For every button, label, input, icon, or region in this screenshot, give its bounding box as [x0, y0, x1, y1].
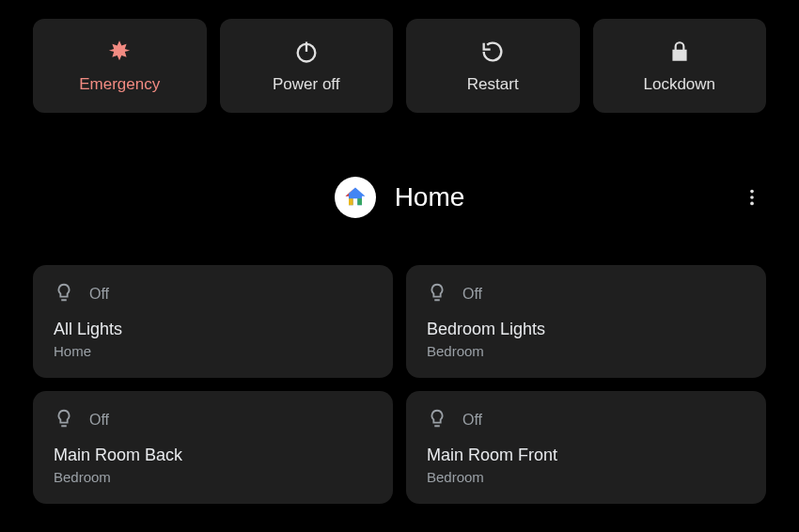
device-state: Off: [89, 412, 109, 429]
lightbulb-icon: [427, 282, 447, 306]
device-tile-main-room-back[interactable]: Off Main Room Back Bedroom: [33, 391, 393, 504]
device-name: All Lights: [54, 320, 372, 339]
lightbulb-icon: [54, 282, 74, 306]
emergency-button[interactable]: Emergency: [33, 19, 207, 113]
restart-button[interactable]: Restart: [406, 19, 580, 113]
device-room: Bedroom: [427, 469, 745, 485]
restart-label: Restart: [467, 75, 519, 94]
lockdown-button[interactable]: Lockdown: [593, 19, 767, 113]
device-state: Off: [462, 286, 482, 303]
google-home-logo: [335, 177, 376, 218]
power-menu-row: Emergency Power off Restart Lockdown: [33, 19, 766, 113]
lightbulb-icon: [427, 408, 447, 432]
lock-icon: [667, 38, 692, 66]
lightbulb-icon: [54, 408, 74, 432]
device-name: Main Room Front: [427, 446, 745, 465]
device-state: Off: [462, 412, 482, 429]
device-room: Bedroom: [427, 343, 745, 359]
home-header: Home: [33, 177, 766, 218]
restart-icon: [479, 38, 506, 66]
device-name: Bedroom Lights: [427, 320, 745, 339]
power-icon: [293, 38, 320, 66]
device-room: Home: [54, 343, 372, 359]
lockdown-label: Lockdown: [643, 75, 715, 94]
svg-point-3: [750, 196, 754, 199]
more-options-button[interactable]: [733, 179, 771, 216]
home-title: Home: [395, 182, 465, 212]
device-tile-all-lights[interactable]: Off All Lights Home: [33, 265, 393, 378]
more-vert-icon: [742, 187, 762, 208]
power-off-label: Power off: [273, 75, 340, 94]
device-grid: Off All Lights Home Off Bedroom Lights B…: [33, 265, 766, 504]
emergency-icon: [106, 38, 133, 66]
device-name: Main Room Back: [54, 446, 372, 465]
svg-point-2: [750, 190, 754, 194]
device-state: Off: [89, 286, 109, 303]
svg-point-4: [750, 202, 754, 206]
power-off-button[interactable]: Power off: [220, 19, 394, 113]
device-room: Bedroom: [54, 469, 372, 485]
emergency-label: Emergency: [79, 75, 160, 94]
device-tile-main-room-front[interactable]: Off Main Room Front Bedroom: [406, 391, 766, 504]
device-tile-bedroom-lights[interactable]: Off Bedroom Lights Bedroom: [406, 265, 766, 378]
